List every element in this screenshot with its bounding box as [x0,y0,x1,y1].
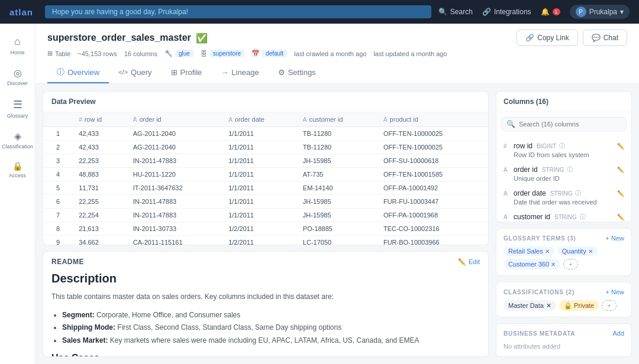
meta-updated: last updated a month ago [373,50,447,57]
cell-orderdate: 1/1/2011 [222,181,297,195]
tab-overview[interactable]: ⓘ Overview [47,62,109,83]
cell-orderid: CA-2011-115161 [127,236,222,246]
meta-schema: 📅 default [251,50,287,57]
glossary-terms-title: GLOSSARY TERMS (3) + New [504,235,624,242]
cell-orderdate: 1/2/2011 [222,236,297,246]
sidebar-item-access[interactable]: 🔒 Access [2,157,33,183]
row-num: 5 [43,181,73,195]
settings-icon: ⚙ [278,68,285,77]
welcome-banner: Hope you are having a good day, Prukalpa… [45,5,431,18]
info-icon[interactable]: ⓘ [575,189,581,197]
integrations-button[interactable]: 🔗 Integrations [482,8,531,16]
cell-orderid: IN-2011-30733 [127,222,222,236]
cell-productid: FUR-FU-10003447 [377,195,488,209]
readme-edit-button[interactable]: ✏️ Edit [458,258,480,266]
cell-rowid: 22,254 [73,209,127,222]
copy-link-button[interactable]: 🔗 Copy Link [517,30,577,46]
table-icon: ⊞ [47,50,53,57]
description-body: This table contains master data on sales… [51,291,480,303]
table-row: 6 22,255 IN-2011-47883 1/1/2011 JH-15985… [43,195,488,209]
meta-columns: 16 columns [124,50,157,57]
remove-tag-icon[interactable]: ✕ [545,248,550,255]
meta-type: ⊞ Table [47,50,70,57]
column-item: A customer id STRING ⓘ ✏️ Unique custome… [496,209,631,222]
cell-productid: OFF-TEN-10000025 [377,127,488,141]
database-icon: 🗄 [201,50,207,57]
sidebar-item-classification[interactable]: ◈ Classification [2,126,33,154]
col-name: row id [514,142,532,150]
col-description: Row ID from sales system [504,151,624,158]
cell-rowid: 42,433 [73,141,127,154]
col-description: Date that order was received [504,199,624,206]
business-metadata-add-button[interactable]: Add [612,330,624,337]
sidebar-item-home[interactable]: ⌂ Home [2,31,33,60]
classifications-new-button[interactable]: + New [606,288,625,295]
cell-rowid: 42,433 [73,127,127,141]
data-preview-panel: Data Preview #row id Aorder id Aorder da… [43,91,489,245]
meta-rows: ~45,153 rows [78,50,117,57]
glossary-tag[interactable]: Quantity ✕ [557,246,598,256]
tab-query[interactable]: </> Query [109,62,161,83]
remove-tag-icon[interactable]: ✕ [588,248,593,255]
table-row: 8 21,613 IN-2011-30733 1/2/2011 PO-18885… [43,222,488,236]
notification-badge: 1 [553,8,560,15]
user-avatar: P [576,6,586,17]
columns-panel-header: Columns (16) [496,92,631,112]
glossary-new-button[interactable]: + New [606,235,625,242]
col-header-orderid: Aorder id [127,112,222,127]
columns-search-input[interactable] [519,121,621,128]
remove-tag-icon[interactable]: ✕ [551,261,556,268]
cell-orderdate: 1/1/2011 [222,141,297,154]
col-edit-icon[interactable]: ✏️ [617,143,624,150]
cell-customerid: LC-17050 [297,236,377,246]
cell-productid: TEC-CO-10002316 [377,222,488,236]
add-classification-button[interactable]: + [602,300,616,311]
cell-productid: OFF-SU-10000618 [377,154,488,168]
info-icon[interactable]: ⓘ [559,142,565,150]
home-icon: ⌂ [14,35,21,48]
table-row: 5 11,731 IT-2011-3647632 1/1/2011 EM-141… [43,181,488,195]
meta-crawled: last crawled a month ago [294,50,366,57]
glossary-tag[interactable]: Customer 360 ✕ [504,259,560,269]
sidebar-label-glossary: Glossary [7,113,28,119]
profile-icon: ⊞ [171,68,178,77]
sidebar-item-glossary[interactable]: ☰ Glossary [2,93,33,124]
readme-panel: README ✏️ Edit Description This table co… [43,251,489,357]
info-icon[interactable]: ⓘ [567,165,573,174]
add-glossary-tag-button[interactable]: + [563,259,577,269]
table-row: 3 22,253 IN-2011-47883 1/1/2011 JH-15985… [43,154,488,168]
tab-profile[interactable]: ⊞ Profile [162,62,212,83]
classifications-panel: CLASSIFICATIONS (2) + New Master Data ✕🔒… [496,282,632,317]
readme-header: README ✏️ Edit [43,252,488,272]
classification-tag[interactable]: Master Data ✕ [504,300,556,311]
columns-search-box[interactable]: 🔍 [501,117,627,131]
user-menu[interactable]: P Prukalpa ▾ [570,5,630,19]
main-content: superstore_order_sales_master ✅ 🔗 Copy L… [36,24,639,364]
sidebar-item-discover[interactable]: ◎ Discover [2,63,33,91]
col-edit-icon[interactable]: ✏️ [617,190,624,197]
discover-icon: ◎ [14,67,22,79]
col-type-icon: # [504,143,511,150]
content-area: Data Preview #row id Aorder id Aorder da… [36,84,639,364]
chat-button[interactable]: 💬 Chat [583,30,627,46]
col-name: order id [514,165,538,174]
cell-orderid: AG-2011-2040 [127,141,222,154]
description-heading: Description [51,272,480,285]
tab-settings[interactable]: ⚙ Settings [269,62,325,83]
search-button[interactable]: 🔍 Search [438,8,473,16]
col-type-icon: A [504,214,511,220]
remove-tag-icon[interactable]: ✕ [546,302,551,310]
cell-rowid: 11,731 [73,181,127,195]
search-icon: 🔍 [438,8,447,16]
tab-lineage[interactable]: → Lineage [211,62,268,83]
classification-tag[interactable]: 🔒 Private [559,300,599,311]
glossary-tag[interactable]: Retail Sales ✕ [504,246,554,256]
col-edit-icon[interactable]: ✏️ [617,167,624,173]
col-edit-icon[interactable]: ✏️ [617,214,624,220]
asset-header: superstore_order_sales_master ✅ 🔗 Copy L… [36,24,639,84]
info-icon[interactable]: ⓘ [580,213,586,221]
cell-customerid: TB-11280 [297,127,377,141]
table-row: 7 22,254 IN-2011-47883 1/1/2011 JH-15985… [43,209,488,222]
cell-customerid: AT-735 [297,168,377,181]
notifications-button[interactable]: 🔔 1 [541,8,560,16]
